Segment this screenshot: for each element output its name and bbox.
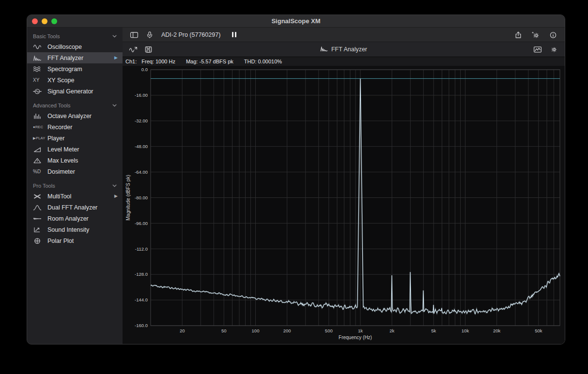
svg-text:20: 20: [180, 328, 185, 333]
play-icon: ▶PLAY: [33, 136, 47, 140]
oscilloscope-sine-icon: [33, 44, 47, 50]
dosimeter-icon: %D: [33, 169, 47, 174]
svg-text:-144.0: -144.0: [135, 297, 148, 302]
sidebar-item-label: Oscilloscope: [47, 44, 82, 50]
dual-fft-icon: [33, 204, 47, 211]
sidebar-section-pro-tools[interactable]: Pro Tools: [27, 180, 123, 191]
polar-plot-icon: [33, 238, 47, 244]
traffic-lights: [27, 18, 57, 24]
svg-text:Magnitude (dBFS pk): Magnitude (dBFS pk): [125, 175, 131, 221]
sidebar-section-basic-tools[interactable]: Basic Tools: [27, 31, 123, 41]
sidebar-item-dosimeter[interactable]: %DDosimeter: [27, 166, 123, 177]
desktop: SignalScope XM Basic ToolsOscilloscopeFF…: [0, 0, 588, 374]
chevron-down-icon: [112, 35, 117, 38]
sidebar-item-signal-generator[interactable]: Signal Generator: [27, 86, 123, 97]
sidebar-item-label: Recorder: [47, 124, 72, 131]
fft-plot-svg: 0.0-16.00-32.00-48.00-64.00-80.00-96.00-…: [123, 66, 565, 344]
svg-text:50k: 50k: [535, 328, 542, 333]
sidebar-item-oscilloscope[interactable]: Oscilloscope: [27, 41, 123, 52]
octave-bars-icon: [33, 113, 47, 120]
svg-text:-80.00: -80.00: [135, 195, 148, 200]
share-button[interactable]: [513, 30, 523, 40]
svg-text:100: 100: [252, 328, 260, 333]
sidebar-item-xy-scope[interactable]: XYXY Scope: [27, 75, 123, 86]
detach-window-arrow-icon[interactable]: ▶: [114, 194, 118, 198]
svg-text:-96.00: -96.00: [135, 221, 148, 226]
readout-magnitude: Mag: -5.57 dBFS pk: [186, 59, 233, 64]
sidebar-item-sound-intensity[interactable]: Sound Intensity: [27, 224, 123, 235]
detach-window-arrow-icon[interactable]: ▶: [114, 56, 118, 60]
sidebar-item-label: Polar Plot: [47, 238, 74, 244]
section-title: Basic Tools: [33, 33, 60, 39]
toggle-sidebar-button[interactable]: [129, 30, 139, 40]
sidebar-item-label: Room Analyzer: [47, 215, 89, 222]
app-window: SignalScope XM Basic ToolsOscilloscopeFF…: [27, 15, 565, 344]
close-button[interactable]: [32, 18, 38, 24]
svg-text:-112.0: -112.0: [135, 246, 148, 252]
sidebar-item-player[interactable]: ▶PLAYPlayer: [27, 133, 123, 144]
record-icon: ●REC: [33, 125, 47, 129]
svg-text:500: 500: [325, 328, 333, 333]
chevron-down-icon: [112, 104, 117, 107]
readout-thd: THD: 0.00010%: [244, 59, 282, 64]
fft-plot[interactable]: 0.0-16.00-32.00-48.00-64.00-80.00-96.00-…: [123, 66, 565, 344]
device-name[interactable]: ADI-2 Pro (57760297): [161, 31, 220, 38]
sidebar-section-advanced-tools[interactable]: Advanced Tools: [27, 100, 123, 110]
svg-text:50: 50: [221, 328, 227, 333]
svg-text:-128.0: -128.0: [135, 271, 148, 277]
sidebar-item-label: Octave Analyzer: [47, 113, 92, 120]
sidebar-item-label: MultiTool: [47, 193, 71, 200]
tool-title: FFT Analyzer: [331, 46, 367, 53]
info-button[interactable]: [548, 30, 558, 40]
main-panel: ADI-2 Pro (57760297): [123, 28, 565, 344]
device-toolbar: ADI-2 Pro (57760297): [123, 28, 565, 42]
sidebar-item-label: Level Meter: [47, 146, 79, 153]
sidebar-item-label: Player: [47, 135, 64, 142]
settings-gear-button[interactable]: [531, 30, 541, 40]
sidebar-item-recorder[interactable]: ●RECRecorder: [27, 121, 123, 133]
readout-bar: Ch1: Freq: 1000 Hz Mag: -5.57 dBFS pk TH…: [123, 57, 565, 66]
tool-settings-button[interactable]: [549, 45, 559, 54]
minimize-button[interactable]: [42, 18, 47, 24]
spectrogram-icon: [33, 66, 47, 73]
tool-title-group: FFT Analyzer: [123, 46, 565, 53]
sidebar-item-max-levels[interactable]: Max Levels: [27, 155, 123, 166]
sidebar-item-octave-analyzer[interactable]: Octave Analyzer: [27, 110, 123, 121]
max-levels-icon: [33, 157, 47, 164]
room-analyzer-icon: [33, 215, 47, 222]
sidebar-item-spectrogram[interactable]: Spectrogram: [27, 63, 123, 75]
svg-text:2k: 2k: [389, 328, 394, 333]
sidebar-item-label: Max Levels: [47, 157, 78, 164]
chevron-down-icon: [112, 184, 117, 187]
sidebar-item-room-analyzer[interactable]: Room Analyzer: [27, 213, 123, 224]
sidebar-item-multitool[interactable]: MultiTool▶: [27, 191, 123, 202]
window-title: SignalScope XM: [27, 17, 565, 25]
sidebar-item-level-meter[interactable]: Level Meter: [27, 144, 123, 155]
sidebar-item-label: Signal Generator: [47, 88, 93, 95]
svg-text:-64.00: -64.00: [135, 169, 148, 175]
svg-text:200: 200: [283, 328, 291, 333]
titlebar[interactable]: SignalScope XM: [27, 15, 565, 28]
sidebar-item-fft-analyzer[interactable]: FFT Analyzer▶: [27, 52, 123, 63]
sidebar-item-label: FFT Analyzer: [47, 55, 83, 61]
fft-spectrum-icon: [33, 55, 47, 61]
sidebar-item-dual-fft-analyzer[interactable]: Dual FFT Analyzer: [27, 202, 123, 213]
sidebar-item-label: Spectrogram: [47, 66, 82, 73]
svg-text:-48.00: -48.00: [135, 144, 148, 149]
sidebar-item-polar-plot[interactable]: Polar Plot: [27, 235, 123, 246]
input-device-icon[interactable]: [145, 30, 155, 40]
pause-button[interactable]: [232, 32, 236, 37]
readout-channel: Ch1:: [125, 59, 137, 64]
sidebar-item-label: Dual FFT Analyzer: [47, 204, 97, 211]
svg-text:-160.0: -160.0: [135, 323, 148, 328]
sound-intensity-icon: [33, 226, 47, 233]
svg-text:10k: 10k: [462, 328, 469, 333]
svg-text:-32.00: -32.00: [135, 118, 148, 123]
zoom-button[interactable]: [51, 18, 57, 24]
sidebar-item-label: Dosimeter: [47, 168, 75, 175]
svg-text:-16.00: -16.00: [135, 92, 148, 98]
xy-icon: XY: [33, 77, 47, 83]
section-title: Pro Tools: [33, 183, 55, 189]
multitool-icon: [33, 193, 47, 200]
plot-view-button[interactable]: [533, 45, 542, 54]
